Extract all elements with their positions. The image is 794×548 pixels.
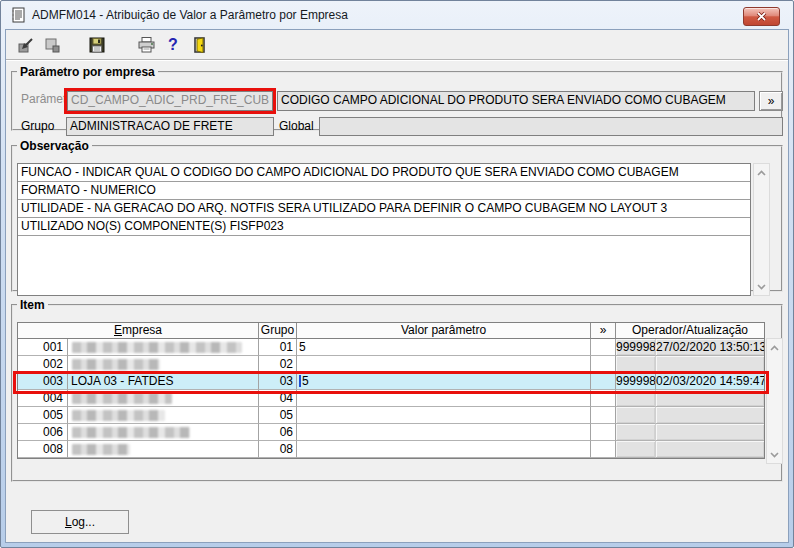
observacao-line[interactable]: UTILIZADO NO(S) COMPONENTE(S) FISFP023 bbox=[18, 218, 750, 236]
cell-oper bbox=[616, 424, 656, 441]
grupo-value-field[interactable]: ADMINISTRACAO DE FRETE bbox=[66, 117, 274, 136]
close-button[interactable] bbox=[743, 7, 780, 26]
table-row[interactable]: 003LOJA 03 - FATDES03599999802/03/2020 1… bbox=[18, 373, 764, 390]
parametro-value-field[interactable]: CD_CAMPO_ADIC_PRD_FRE_CUB bbox=[67, 91, 273, 111]
print-button[interactable] bbox=[134, 33, 158, 57]
cell-dt: 02/03/2020 14:59:47 bbox=[656, 373, 764, 390]
column-header-expand[interactable]: » bbox=[591, 323, 616, 339]
exit-button[interactable] bbox=[188, 33, 212, 57]
window-title: ADMFM014 - Atribuição de Valor a Parâmet… bbox=[32, 8, 348, 22]
grupo-label: Grupo bbox=[21, 119, 54, 133]
chevron-down-icon bbox=[757, 284, 766, 290]
scroll-up-button[interactable] bbox=[754, 165, 769, 180]
cell-num: 004 bbox=[18, 390, 68, 407]
cascade-windows-icon bbox=[42, 35, 62, 55]
document-icon bbox=[10, 7, 26, 23]
item-table-body: 00101599999827/02/2020 13:50:1300202003L… bbox=[18, 339, 764, 458]
cell-dt: 27/02/2020 13:50:13 bbox=[656, 339, 764, 356]
cell-grupo: 01 bbox=[259, 339, 297, 356]
parametro-descricao-field[interactable]: CODIGO CAMPO ADICIONAL DO PRODUTO SERA E… bbox=[277, 91, 755, 111]
log-button[interactable]: Log... bbox=[31, 510, 129, 534]
cell-grupo: 05 bbox=[259, 407, 297, 424]
cell-valor: 5 bbox=[297, 373, 591, 390]
observacao-line[interactable]: UTILIDADE - NA GERACAO DO ARQ. NOTFIS SE… bbox=[18, 200, 750, 218]
print-icon bbox=[136, 35, 156, 55]
cell-valor bbox=[297, 356, 591, 373]
table-row[interactable]: 00505 bbox=[18, 407, 764, 424]
cell-valor: 5 bbox=[297, 339, 591, 356]
cell-dt bbox=[656, 441, 764, 458]
redacted-empresa-text bbox=[72, 393, 172, 404]
observacao-group-title: Observação bbox=[17, 139, 92, 153]
redacted-empresa-text bbox=[72, 444, 130, 455]
item-group: Item Empresa Grupo Valor parâmetro » Ope… bbox=[11, 298, 783, 482]
item-table-scrollbar[interactable] bbox=[766, 338, 783, 464]
table-row[interactable]: 00101599999827/02/2020 13:50:13 bbox=[18, 339, 764, 356]
cell-valor bbox=[297, 407, 591, 424]
cell-empresa bbox=[68, 339, 259, 356]
cell-valor bbox=[297, 441, 591, 458]
table-row[interactable]: 00404 bbox=[18, 390, 764, 407]
shortcut-arrow-icon bbox=[16, 35, 36, 55]
column-header-empresa[interactable]: Empresa bbox=[18, 323, 259, 339]
cell-dt bbox=[656, 356, 764, 373]
scroll-down-button[interactable] bbox=[767, 447, 782, 462]
scroll-up-button[interactable] bbox=[767, 340, 782, 355]
help-button[interactable]: ? bbox=[161, 33, 185, 57]
cell-dt bbox=[656, 390, 764, 407]
close-icon bbox=[756, 12, 767, 21]
item-table: Empresa Grupo Valor parâmetro » Operador… bbox=[17, 322, 765, 459]
cell-oper: 999998 bbox=[616, 373, 656, 390]
dialog-content: Parâmetro por empresa Parâmetro CD_CAMPO… bbox=[6, 60, 788, 542]
chevron-up-icon bbox=[770, 345, 779, 351]
cell-num: 006 bbox=[18, 424, 68, 441]
exit-door-icon bbox=[190, 35, 210, 55]
cell-num: 008 bbox=[18, 441, 68, 458]
cell-num: 001 bbox=[18, 339, 68, 356]
column-header-grupo[interactable]: Grupo bbox=[259, 323, 297, 339]
cell-dt bbox=[656, 407, 764, 424]
cell-empresa bbox=[68, 407, 259, 424]
observacao-line[interactable]: FUNCAO - INDICAR QUAL O CODIGO DO CAMPO … bbox=[18, 164, 750, 182]
redacted-empresa-text bbox=[72, 427, 190, 438]
cell-oper bbox=[616, 407, 656, 424]
cell-exp bbox=[591, 424, 616, 441]
global-label: Global bbox=[279, 119, 314, 133]
cell-grupo: 03 bbox=[259, 373, 297, 390]
text-caret bbox=[299, 375, 301, 387]
cell-oper bbox=[616, 390, 656, 407]
cell-grupo: 04 bbox=[259, 390, 297, 407]
cell-empresa bbox=[68, 390, 259, 407]
table-row[interactable]: 00202 bbox=[18, 356, 764, 373]
table-row[interactable]: 00808 bbox=[18, 441, 764, 458]
cell-exp bbox=[591, 407, 616, 424]
cell-dt bbox=[656, 424, 764, 441]
expand-parametro-button[interactable]: » bbox=[759, 91, 783, 111]
scroll-down-button[interactable] bbox=[754, 279, 769, 294]
observacao-scrollbar[interactable] bbox=[753, 163, 770, 296]
global-value-field[interactable] bbox=[319, 117, 783, 136]
cell-exp bbox=[591, 390, 616, 407]
observacao-list: FUNCAO - INDICAR QUAL O CODIGO DO CAMPO … bbox=[17, 163, 751, 296]
cell-exp bbox=[591, 373, 616, 390]
dialog-client-area: ? Parâmetro por empresa Parâmetro CD_CAM… bbox=[5, 29, 789, 543]
save-icon bbox=[87, 35, 107, 55]
cell-num: 005 bbox=[18, 407, 68, 424]
cell-exp bbox=[591, 441, 616, 458]
column-header-operador-atualizacao[interactable]: Operador/Atualização bbox=[616, 323, 764, 339]
cell-grupo: 06 bbox=[259, 424, 297, 441]
title-bar[interactable]: ADMFM014 - Atribuição de Valor a Parâmet… bbox=[1, 1, 793, 28]
save-button[interactable] bbox=[85, 33, 109, 57]
observacao-line[interactable]: FORMATO - NUMERICO bbox=[18, 182, 750, 200]
chevron-up-icon bbox=[757, 170, 766, 176]
cell-valor bbox=[297, 390, 591, 407]
shortcut-arrow-button[interactable] bbox=[14, 33, 38, 57]
cell-empresa: LOJA 03 - FATDES bbox=[68, 373, 259, 390]
cascade-windows-button[interactable] bbox=[40, 33, 64, 57]
cell-exp bbox=[591, 356, 616, 373]
redacted-empresa-text bbox=[72, 359, 160, 370]
item-table-header: Empresa Grupo Valor parâmetro » Operador… bbox=[18, 323, 764, 339]
column-header-valor-parametro[interactable]: Valor parâmetro bbox=[297, 323, 591, 339]
table-row[interactable]: 00606 bbox=[18, 424, 764, 441]
cell-num: 002 bbox=[18, 356, 68, 373]
